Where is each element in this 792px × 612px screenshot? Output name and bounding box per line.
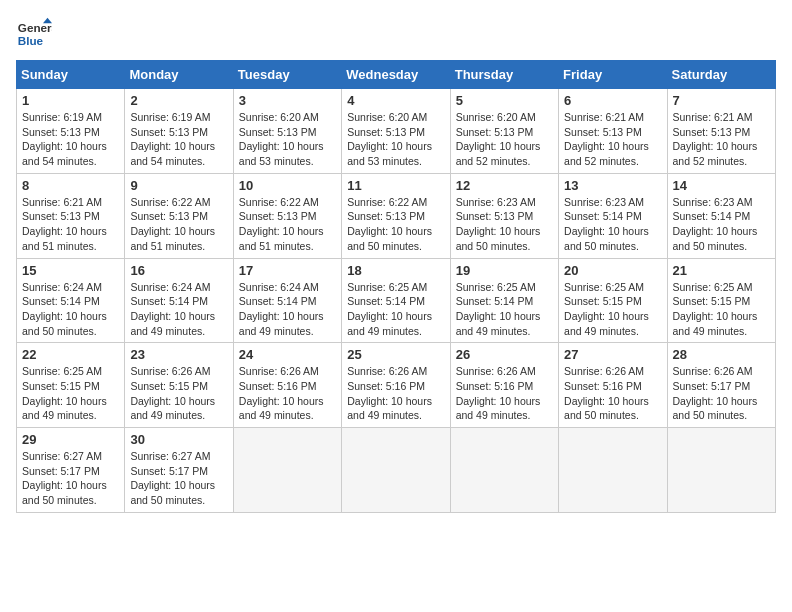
day-info: Sunrise: 6:20 AM Sunset: 5:13 PM Dayligh… — [347, 110, 444, 169]
day-number: 3 — [239, 93, 336, 108]
calendar-day-cell: 13 Sunrise: 6:23 AM Sunset: 5:14 PM Dayl… — [559, 173, 667, 258]
calendar-day-cell: 22 Sunrise: 6:25 AM Sunset: 5:15 PM Dayl… — [17, 343, 125, 428]
day-number: 18 — [347, 263, 444, 278]
day-number: 23 — [130, 347, 227, 362]
day-number: 19 — [456, 263, 553, 278]
day-number: 13 — [564, 178, 661, 193]
day-number: 25 — [347, 347, 444, 362]
calendar-day-cell: 12 Sunrise: 6:23 AM Sunset: 5:13 PM Dayl… — [450, 173, 558, 258]
day-info: Sunrise: 6:24 AM Sunset: 5:14 PM Dayligh… — [130, 280, 227, 339]
day-number: 22 — [22, 347, 119, 362]
day-info: Sunrise: 6:26 AM Sunset: 5:16 PM Dayligh… — [347, 364, 444, 423]
calendar-day-cell: 9 Sunrise: 6:22 AM Sunset: 5:13 PM Dayli… — [125, 173, 233, 258]
day-info: Sunrise: 6:24 AM Sunset: 5:14 PM Dayligh… — [239, 280, 336, 339]
calendar-day-cell: 7 Sunrise: 6:21 AM Sunset: 5:13 PM Dayli… — [667, 89, 775, 174]
day-info: Sunrise: 6:21 AM Sunset: 5:13 PM Dayligh… — [22, 195, 119, 254]
day-info: Sunrise: 6:20 AM Sunset: 5:13 PM Dayligh… — [456, 110, 553, 169]
day-info: Sunrise: 6:23 AM Sunset: 5:14 PM Dayligh… — [673, 195, 770, 254]
calendar-day-cell: 23 Sunrise: 6:26 AM Sunset: 5:15 PM Dayl… — [125, 343, 233, 428]
calendar-day-cell: 15 Sunrise: 6:24 AM Sunset: 5:14 PM Dayl… — [17, 258, 125, 343]
calendar-day-cell: 2 Sunrise: 6:19 AM Sunset: 5:13 PM Dayli… — [125, 89, 233, 174]
weekday-header-cell: Tuesday — [233, 61, 341, 89]
day-info: Sunrise: 6:24 AM Sunset: 5:14 PM Dayligh… — [22, 280, 119, 339]
day-number: 24 — [239, 347, 336, 362]
day-info: Sunrise: 6:20 AM Sunset: 5:13 PM Dayligh… — [239, 110, 336, 169]
day-info: Sunrise: 6:21 AM Sunset: 5:13 PM Dayligh… — [673, 110, 770, 169]
day-number: 20 — [564, 263, 661, 278]
day-number: 14 — [673, 178, 770, 193]
calendar-day-cell: 1 Sunrise: 6:19 AM Sunset: 5:13 PM Dayli… — [17, 89, 125, 174]
weekday-header-cell: Sunday — [17, 61, 125, 89]
day-info: Sunrise: 6:25 AM Sunset: 5:15 PM Dayligh… — [22, 364, 119, 423]
day-number: 26 — [456, 347, 553, 362]
calendar-day-cell: 25 Sunrise: 6:26 AM Sunset: 5:16 PM Dayl… — [342, 343, 450, 428]
day-number: 30 — [130, 432, 227, 447]
day-info: Sunrise: 6:23 AM Sunset: 5:13 PM Dayligh… — [456, 195, 553, 254]
day-info: Sunrise: 6:25 AM Sunset: 5:14 PM Dayligh… — [347, 280, 444, 339]
calendar-week-row: 15 Sunrise: 6:24 AM Sunset: 5:14 PM Dayl… — [17, 258, 776, 343]
day-info: Sunrise: 6:22 AM Sunset: 5:13 PM Dayligh… — [239, 195, 336, 254]
day-info: Sunrise: 6:25 AM Sunset: 5:14 PM Dayligh… — [456, 280, 553, 339]
day-number: 1 — [22, 93, 119, 108]
day-number: 11 — [347, 178, 444, 193]
day-info: Sunrise: 6:22 AM Sunset: 5:13 PM Dayligh… — [130, 195, 227, 254]
calendar-day-cell: 24 Sunrise: 6:26 AM Sunset: 5:16 PM Dayl… — [233, 343, 341, 428]
day-info: Sunrise: 6:26 AM Sunset: 5:15 PM Dayligh… — [130, 364, 227, 423]
day-number: 2 — [130, 93, 227, 108]
calendar-day-cell: 21 Sunrise: 6:25 AM Sunset: 5:15 PM Dayl… — [667, 258, 775, 343]
day-info: Sunrise: 6:26 AM Sunset: 5:17 PM Dayligh… — [673, 364, 770, 423]
header: General Blue — [16, 16, 776, 52]
calendar-day-cell: 26 Sunrise: 6:26 AM Sunset: 5:16 PM Dayl… — [450, 343, 558, 428]
calendar-day-cell: 4 Sunrise: 6:20 AM Sunset: 5:13 PM Dayli… — [342, 89, 450, 174]
logo-icon: General Blue — [16, 16, 52, 52]
calendar-day-cell: 10 Sunrise: 6:22 AM Sunset: 5:13 PM Dayl… — [233, 173, 341, 258]
day-number: 16 — [130, 263, 227, 278]
day-info: Sunrise: 6:27 AM Sunset: 5:17 PM Dayligh… — [22, 449, 119, 508]
calendar-day-cell: 28 Sunrise: 6:26 AM Sunset: 5:17 PM Dayl… — [667, 343, 775, 428]
calendar-week-row: 22 Sunrise: 6:25 AM Sunset: 5:15 PM Dayl… — [17, 343, 776, 428]
day-number: 17 — [239, 263, 336, 278]
calendar-day-cell: 5 Sunrise: 6:20 AM Sunset: 5:13 PM Dayli… — [450, 89, 558, 174]
calendar-day-cell: 14 Sunrise: 6:23 AM Sunset: 5:14 PM Dayl… — [667, 173, 775, 258]
day-info: Sunrise: 6:22 AM Sunset: 5:13 PM Dayligh… — [347, 195, 444, 254]
calendar-week-row: 29 Sunrise: 6:27 AM Sunset: 5:17 PM Dayl… — [17, 428, 776, 513]
calendar-day-cell: 18 Sunrise: 6:25 AM Sunset: 5:14 PM Dayl… — [342, 258, 450, 343]
weekday-header-cell: Saturday — [667, 61, 775, 89]
day-number: 10 — [239, 178, 336, 193]
calendar-day-cell: 3 Sunrise: 6:20 AM Sunset: 5:13 PM Dayli… — [233, 89, 341, 174]
day-number: 9 — [130, 178, 227, 193]
day-info: Sunrise: 6:19 AM Sunset: 5:13 PM Dayligh… — [22, 110, 119, 169]
calendar-day-cell: 19 Sunrise: 6:25 AM Sunset: 5:14 PM Dayl… — [450, 258, 558, 343]
day-info: Sunrise: 6:26 AM Sunset: 5:16 PM Dayligh… — [456, 364, 553, 423]
day-info: Sunrise: 6:27 AM Sunset: 5:17 PM Dayligh… — [130, 449, 227, 508]
day-info: Sunrise: 6:26 AM Sunset: 5:16 PM Dayligh… — [564, 364, 661, 423]
calendar-day-cell — [559, 428, 667, 513]
day-number: 27 — [564, 347, 661, 362]
calendar-day-cell: 29 Sunrise: 6:27 AM Sunset: 5:17 PM Dayl… — [17, 428, 125, 513]
calendar-day-cell: 20 Sunrise: 6:25 AM Sunset: 5:15 PM Dayl… — [559, 258, 667, 343]
calendar-day-cell — [342, 428, 450, 513]
day-number: 8 — [22, 178, 119, 193]
calendar-day-cell: 27 Sunrise: 6:26 AM Sunset: 5:16 PM Dayl… — [559, 343, 667, 428]
calendar-day-cell — [450, 428, 558, 513]
logo: General Blue — [16, 16, 52, 52]
calendar-day-cell — [233, 428, 341, 513]
day-number: 6 — [564, 93, 661, 108]
weekday-header-cell: Thursday — [450, 61, 558, 89]
calendar-day-cell: 30 Sunrise: 6:27 AM Sunset: 5:17 PM Dayl… — [125, 428, 233, 513]
day-number: 28 — [673, 347, 770, 362]
day-number: 21 — [673, 263, 770, 278]
day-number: 4 — [347, 93, 444, 108]
weekday-header-cell: Friday — [559, 61, 667, 89]
day-info: Sunrise: 6:21 AM Sunset: 5:13 PM Dayligh… — [564, 110, 661, 169]
day-info: Sunrise: 6:25 AM Sunset: 5:15 PM Dayligh… — [673, 280, 770, 339]
day-info: Sunrise: 6:26 AM Sunset: 5:16 PM Dayligh… — [239, 364, 336, 423]
calendar-day-cell: 11 Sunrise: 6:22 AM Sunset: 5:13 PM Dayl… — [342, 173, 450, 258]
day-info: Sunrise: 6:23 AM Sunset: 5:14 PM Dayligh… — [564, 195, 661, 254]
calendar-day-cell: 8 Sunrise: 6:21 AM Sunset: 5:13 PM Dayli… — [17, 173, 125, 258]
calendar-day-cell: 16 Sunrise: 6:24 AM Sunset: 5:14 PM Dayl… — [125, 258, 233, 343]
day-number: 12 — [456, 178, 553, 193]
calendar-day-cell: 17 Sunrise: 6:24 AM Sunset: 5:14 PM Dayl… — [233, 258, 341, 343]
weekday-header-cell: Monday — [125, 61, 233, 89]
day-info: Sunrise: 6:19 AM Sunset: 5:13 PM Dayligh… — [130, 110, 227, 169]
